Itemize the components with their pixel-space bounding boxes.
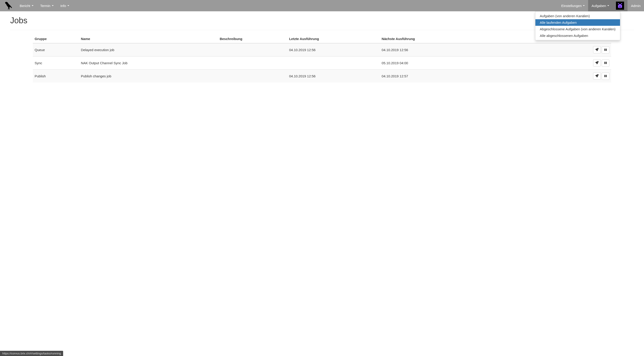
dropdown-item-0[interactable]: Aufgaben (von anderen Kanälen) [536,13,620,19]
dropdown-item-2[interactable]: Abgeschlossene Aufgaben (von anderen Kan… [536,26,620,32]
cell-group: Queue [33,43,79,56]
th-last-run: Letzte Ausführung [288,35,380,43]
cell-name: Publish changes job [79,70,218,83]
navbar-left: Bericht Termin Info [16,0,73,11]
table-wrapper: Gruppe Name Beschreibung Letzte Ausführu… [10,35,634,82]
cell-actions [507,70,611,83]
th-description: Beschreibung [218,35,288,43]
svg-rect-5 [619,6,620,8]
jobs-table: Gruppe Name Beschreibung Letzte Ausführu… [33,35,611,82]
svg-rect-0 [618,3,619,4]
table-row: PublishPublish changes job04.10.2019 12:… [33,70,611,83]
rocket-icon [595,74,598,78]
cell-description [218,43,288,56]
nav-bericht-label: Bericht [20,4,30,8]
cell-last_run [288,56,380,70]
navbar-right: Einstellungen Aufgaben Admin [558,0,644,11]
cell-last_run: 04.10.2019 12:56 [288,43,380,56]
navbar: Bericht Termin Info Einstellungen Aufgab… [0,0,644,11]
nav-admin-label: Admin [631,4,640,8]
svg-rect-12 [606,75,607,77]
caret-down-icon [583,5,585,6]
svg-rect-3 [618,5,619,8]
cell-last_run: 04.10.2019 12:56 [288,70,380,83]
table-row: SyncNAK Output Channel Sync Job05.10.201… [33,56,611,70]
nav-info-label: Info [60,4,66,8]
svg-rect-10 [606,62,607,64]
cell-name: NAK Output Channel Sync Job [79,56,218,70]
svg-rect-9 [604,62,605,64]
svg-rect-11 [604,75,605,77]
caret-down-icon [32,5,34,6]
user-menu[interactable] [612,0,628,11]
cell-next_run: 04.10.2019 12:57 [380,70,507,83]
nav-bericht[interactable]: Bericht [16,0,37,11]
run-button[interactable] [593,59,601,66]
rocket-icon [595,61,598,65]
svg-rect-7 [604,49,605,51]
cell-actions [507,56,611,70]
avatar [616,1,624,10]
cell-next_run: 04.10.2019 12:56 [380,43,507,56]
th-name: Name [79,35,218,43]
table-header-row: Gruppe Name Beschreibung Letzte Ausführu… [33,35,611,43]
avatar-pixel-icon [616,2,624,9]
aufgaben-dropdown: Aufgaben (von anderen Kanälen)Alle laufe… [535,11,620,40]
nav-admin[interactable]: Admin [628,0,644,11]
nav-aufgaben[interactable]: Aufgaben [588,0,612,11]
svg-rect-2 [619,4,621,6]
svg-rect-4 [621,5,622,8]
cell-description [218,56,288,70]
cell-actions [507,43,611,56]
pause-button[interactable] [602,59,610,67]
run-button[interactable] [593,72,601,80]
pause-icon [604,48,607,52]
nav-einstellungen-label: Einstellungen [561,4,582,8]
nav-einstellungen[interactable]: Einstellungen [558,0,588,11]
dropdown-item-3[interactable]: Alle abgeschlossenen Aufgaben [536,32,620,39]
pause-button[interactable] [602,46,610,54]
brand-logo[interactable] [0,0,16,11]
table-row: QueueDelayed execution job04.10.2019 12:… [33,43,611,56]
crow-icon [4,1,13,10]
nav-aufgaben-label: Aufgaben [592,4,606,8]
cell-description [218,70,288,83]
dropdown-item-1[interactable]: Alle laufenden Aufgaben [536,19,620,26]
caret-down-icon [52,5,54,6]
svg-rect-8 [606,49,607,51]
svg-rect-1 [621,3,622,4]
cell-name: Delayed execution job [79,43,218,56]
caret-down-icon [607,5,609,6]
cell-group: Publish [33,70,79,83]
th-next-run: Nächste Ausführung [380,35,507,43]
pause-icon [604,61,607,65]
nav-termin-label: Termin [40,4,50,8]
cell-group: Sync [33,56,79,70]
caret-down-icon [68,5,69,6]
pause-button[interactable] [602,73,610,80]
pause-icon [604,75,607,78]
rocket-icon [595,48,598,52]
nav-info[interactable]: Info [57,0,73,11]
nav-termin[interactable]: Termin [37,0,57,11]
cell-next_run: 05.10.2019 04:00 [380,56,507,70]
svg-rect-6 [620,6,621,8]
th-group: Gruppe [33,35,79,43]
run-button[interactable] [593,46,601,53]
